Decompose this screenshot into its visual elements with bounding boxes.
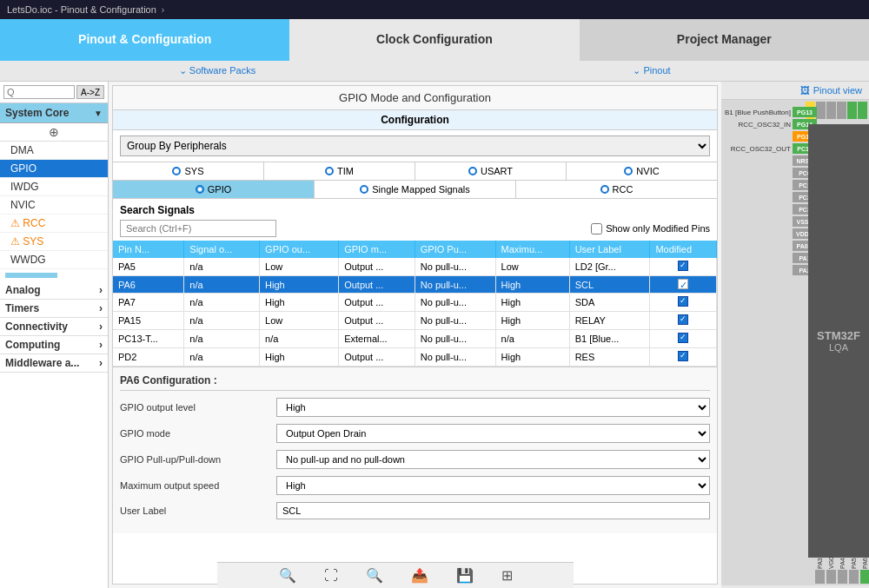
modified-check-0 <box>650 258 717 276</box>
tab-clock[interactable]: Clock Configuration <box>289 19 579 61</box>
bottom-toolbar: 🔍 ⛶ 🔍 📤 💾 ⊞ <box>217 562 574 588</box>
titlebar: LetsDo.ioc - Pinout & Configuration › <box>0 0 869 19</box>
sidebar-section-computing[interactable]: Computing › <box>0 336 108 354</box>
main-area: A->Z System Core ▼ ⊕ DMA GPIO IWDG NVIC … <box>0 82 869 588</box>
subtabbar: ⌄ Software Packs ⌄ Pinout <box>0 61 869 82</box>
sidebar-item-wwdg[interactable]: WWDG <box>0 251 108 269</box>
config-label-gpio-mode: GPIO mode <box>120 428 276 439</box>
table-row[interactable]: PA15 n/a Low Output ... No pull-u... Hig… <box>113 312 717 330</box>
radio-rcc[interactable]: RCC <box>516 181 717 198</box>
pin-entry-pc1: PC1 <box>721 180 817 190</box>
config-label-user-label: User Label <box>120 505 276 516</box>
col-modified[interactable]: Modified <box>650 241 717 258</box>
table-row[interactable]: PA6 n/a High Output ... No pull-u... Hig… <box>113 276 717 294</box>
radio-gpio-dot <box>196 185 204 194</box>
config-row-gpio-mode: GPIO mode Output Open Drain <box>120 424 710 443</box>
analog-chevron: › <box>99 284 103 296</box>
subtab-pinout[interactable]: ⌄ Pinout <box>434 61 869 81</box>
pin-entry-pc0: PC0 <box>721 168 817 178</box>
col-pin[interactable]: Pin N... <box>113 241 184 258</box>
radio-tim[interactable]: TIM <box>264 162 415 180</box>
peripheral-dropdown[interactable]: Group By Peripherals <box>120 135 710 156</box>
pin-entry-rcc32in: RCC_OSC32_IN PG14 <box>721 119 817 129</box>
sidebar-search-row: A->Z <box>0 82 108 103</box>
config-row-max-speed: Maximum output speed High <box>120 476 710 495</box>
sidebar-item-dma[interactable]: DMA <box>0 142 108 160</box>
pin-entry-pc2: PC2 <box>721 192 817 202</box>
table-row[interactable]: PD2 n/a High Output ... No pull-u... Hig… <box>113 348 717 367</box>
table-row[interactable]: PC13-T... n/a n/a External... No pull-u.… <box>113 330 717 348</box>
pin-b1-box: PG13 <box>793 107 817 117</box>
radio-row-2: GPIO Single Mapped Signals RCC <box>113 181 717 199</box>
config-label-gpio-pu: GPIO Pull-up/Pull-down <box>120 454 276 465</box>
gpio-pull-select[interactable]: No pull-up and no pull-down <box>276 450 710 469</box>
modified-check-4 <box>650 330 717 348</box>
pin-rcc32in-label: RCC_OSC32_IN <box>721 121 791 129</box>
subtab-software-packs[interactable]: ⌄ Software Packs <box>0 61 434 81</box>
table-row[interactable]: PA5 n/a Low Output ... No pull-u... Low … <box>113 258 717 276</box>
expand-button[interactable]: ⛶ <box>319 566 343 585</box>
pa6-config-header: PA6 Configuration : <box>120 374 710 391</box>
pin-pb6 <box>847 102 857 119</box>
table-row[interactable]: PA7 n/a High Output ... No pull-u... Hig… <box>113 294 717 312</box>
sidebar-section-analog[interactable]: Analog › <box>0 281 108 300</box>
pin-pb7 <box>858 102 867 119</box>
gpio-mode-select[interactable]: Output Open Drain <box>276 424 710 443</box>
config-row-user-label: User Label <box>120 502 710 519</box>
sidebar-add-btn[interactable]: ⊕ <box>0 123 108 142</box>
connectivity-chevron: › <box>99 320 103 333</box>
save-button[interactable]: 💾 <box>451 565 479 585</box>
gpio-speed-select[interactable]: High <box>276 476 710 495</box>
gpio-output-level-select[interactable]: High <box>276 398 710 417</box>
user-label-input[interactable] <box>276 502 710 519</box>
grid-button[interactable]: ⊞ <box>496 565 518 585</box>
sidebar-section-connectivity[interactable]: Connectivity › <box>0 318 108 336</box>
zoom-out-button[interactable]: 🔍 <box>361 565 388 585</box>
radio-rcc-dot <box>600 185 609 194</box>
sort-button[interactable]: A->Z <box>76 85 104 99</box>
table-header: Pin N... Signal o... GPIO ou... GPIO m..… <box>113 241 717 258</box>
col-gpio-pu[interactable]: GPIO Pu... <box>415 241 495 258</box>
pa6-config-section: PA6 Configuration : GPIO output level Hi… <box>113 367 717 533</box>
radio-single-mapped[interactable]: Single Mapped Signals <box>315 181 516 198</box>
tab-pinout[interactable]: Pinout & Configuration <box>0 19 289 61</box>
tab-project[interactable]: Project Manager <box>580 19 869 61</box>
col-max-speed[interactable]: Maximu... <box>495 241 569 258</box>
col-user-label[interactable]: User Label <box>569 241 650 258</box>
config-row-gpio-level: GPIO output level High <box>120 398 710 417</box>
radio-sys[interactable]: SYS <box>113 162 264 180</box>
modified-check-5 <box>650 348 717 367</box>
pin-entry-pa1: PA1 <box>721 253 817 263</box>
pin-pb8 <box>826 102 836 119</box>
sidebar-item-gpio[interactable]: GPIO <box>0 160 108 178</box>
search-input[interactable] <box>3 85 75 99</box>
col-gpio-out[interactable]: GPIO ou... <box>260 241 339 258</box>
config-label-gpio-level: GPIO output level <box>120 402 276 413</box>
titlebar-arrow: › <box>162 5 164 15</box>
sidebar-section-timers[interactable]: Timers › <box>0 300 108 318</box>
pin-vg5 <box>816 102 826 119</box>
sidebar-item-iwdg[interactable]: IWDG <box>0 178 108 196</box>
sidebar-item-sys[interactable]: ⚠ SYS <box>0 233 108 251</box>
search-row: Show only Modified Pins <box>120 220 710 237</box>
bottom-pin-pa6: PA6 <box>860 543 869 584</box>
radio-usart[interactable]: USART <box>415 162 567 180</box>
col-signal[interactable]: Signal o... <box>184 241 260 258</box>
radio-gpio[interactable]: GPIO <box>113 181 315 198</box>
radio-nvic[interactable]: NVIC <box>567 162 717 180</box>
bottom-pin-vg0: VG0 <box>826 543 836 584</box>
search-signals-input[interactable] <box>120 220 276 237</box>
pin-entry-pg15: PG15 <box>721 131 817 142</box>
export-button[interactable]: 📤 <box>406 565 434 585</box>
col-gpio-mode[interactable]: GPIO m... <box>339 241 415 258</box>
mcu-panel: 🖼 Pinout view B1 [Blue PushButton] <box>721 82 869 588</box>
sidebar-item-rcc[interactable]: ⚠ RCC <box>0 215 108 233</box>
sidebar-section-middleware[interactable]: Middleware a... › <box>0 354 108 373</box>
zoom-in-button[interactable]: 🔍 <box>274 565 302 585</box>
pinout-view-button[interactable]: 🖼 Pinout view <box>721 82 869 100</box>
radio-nvic-dot <box>624 167 633 175</box>
sidebar-section-system-core[interactable]: System Core ▼ <box>0 103 108 123</box>
sidebar-item-nvic[interactable]: NVIC <box>0 196 108 215</box>
radio-row-1: SYS TIM USART NVIC <box>113 162 717 181</box>
show-modified-checkbox[interactable] <box>591 223 602 235</box>
